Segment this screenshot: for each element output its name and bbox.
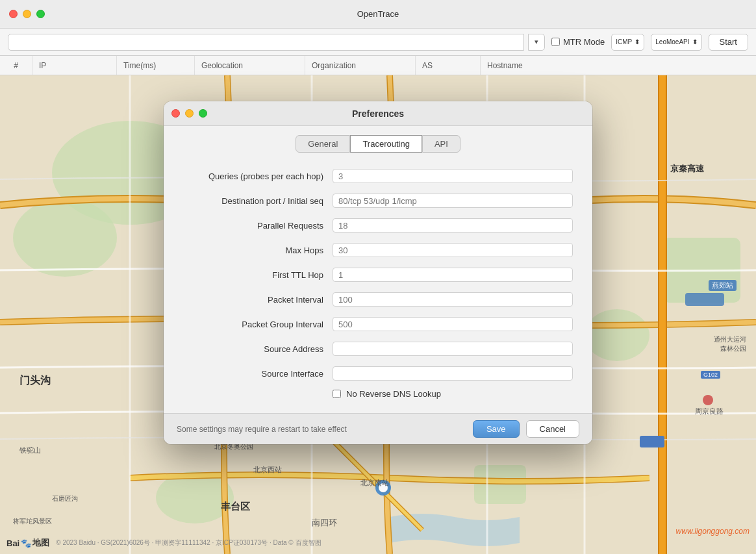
dialog-tabs: General Tracerouting API: [164, 126, 592, 159]
label-dest-port: Destination port / Initial seq: [183, 196, 333, 206]
label-parallel: Parallel Requests: [183, 221, 333, 231]
form-row-queries: Queries (probes per each hop): [183, 166, 573, 186]
window-controls: [9, 10, 45, 18]
cancel-button[interactable]: Cancel: [526, 420, 579, 438]
dialog-close-button[interactable]: [171, 109, 180, 118]
dialog-titlebar: Preferences: [164, 101, 592, 126]
checkbox-no-dns[interactable]: [333, 390, 341, 398]
tab-api[interactable]: API: [422, 135, 460, 153]
form-row-packet-group: Packet Group Interval: [183, 314, 573, 334]
protocol-value: ICMP: [616, 38, 632, 45]
input-source-iface[interactable]: [333, 366, 573, 381]
tab-general[interactable]: General: [296, 135, 350, 153]
label-source-addr: Source Address: [183, 344, 333, 354]
input-parallel[interactable]: [333, 218, 573, 233]
col-hostname: Hostname: [481, 56, 756, 75]
window-title: OpenTrace: [357, 9, 399, 19]
input-source-addr[interactable]: [333, 342, 573, 356]
save-button[interactable]: Save: [473, 420, 520, 438]
dialog-content: Queries (probes per each hop) Destinatio…: [164, 159, 592, 413]
dialog-controls: [171, 109, 207, 118]
minimize-button[interactable]: [23, 10, 31, 18]
modal-overlay: Preferences General Tracerouting API Que…: [0, 75, 756, 554]
form-row-dest-port: Destination port / Initial seq: [183, 190, 573, 211]
mtr-mode-label: MTR Mode: [563, 37, 605, 47]
input-max-hops[interactable]: [333, 243, 573, 257]
col-hash: #: [0, 56, 32, 75]
label-queries: Queries (probes per each hop): [183, 171, 333, 181]
dialog-minimize-button[interactable]: [185, 109, 194, 118]
protocol-chevron: ⬍: [635, 38, 640, 45]
label-max-hops: Max Hops: [183, 246, 333, 255]
checkbox-row-dns: No Reverse DNS Lookup: [203, 389, 573, 399]
protocol-select[interactable]: ICMP ⬍: [611, 34, 644, 51]
form-row-parallel: Parallel Requests: [183, 215, 573, 236]
col-time: Time(ms): [117, 56, 195, 75]
api-value: LeoMoeAPI: [655, 38, 689, 45]
titlebar: OpenTrace: [0, 0, 756, 29]
target-input[interactable]: [8, 34, 524, 51]
col-as: AS: [416, 56, 481, 75]
footer-buttons: Save Cancel: [473, 420, 579, 438]
form-row-source-addr: Source Address: [183, 338, 573, 359]
input-first-ttl[interactable]: [333, 268, 573, 282]
col-ip: IP: [32, 56, 117, 75]
mtr-mode-toggle[interactable]: MTR Mode: [551, 37, 605, 47]
preferences-dialog: Preferences General Tracerouting API Que…: [164, 101, 592, 444]
label-source-iface: Source Interface: [183, 369, 333, 379]
input-packet-interval[interactable]: [333, 292, 573, 307]
checkbox-dns-label: No Reverse DNS Lookup: [346, 389, 441, 399]
dialog-maximize-button[interactable]: [199, 109, 207, 118]
tab-tracerouting[interactable]: Tracerouting: [350, 135, 422, 153]
maximize-button[interactable]: [36, 10, 45, 18]
api-chevron: ⬍: [692, 38, 698, 45]
dropdown-arrow[interactable]: ▾: [528, 34, 545, 51]
label-packet-group: Packet Group Interval: [183, 320, 333, 329]
col-geo: Geolocation: [195, 56, 305, 75]
dialog-title: Preferences: [352, 108, 404, 119]
start-button[interactable]: Start: [709, 34, 748, 51]
api-select[interactable]: LeoMoeAPI ⬍: [651, 34, 701, 51]
label-packet-interval: Packet Interval: [183, 295, 333, 305]
table-header: # IP Time(ms) Geolocation Organization A…: [0, 56, 756, 75]
form-row-source-iface: Source Interface: [183, 363, 573, 384]
col-org: Organization: [305, 56, 416, 75]
form-row-first-ttl: First TTL Hop: [183, 264, 573, 285]
input-packet-group[interactable]: [333, 317, 573, 331]
mtr-checkbox-input[interactable]: [551, 38, 560, 46]
label-first-ttl: First TTL Hop: [183, 270, 333, 280]
footer-message: Some settings may require a restart to t…: [177, 425, 347, 434]
form-row-packet-interval: Packet Interval: [183, 289, 573, 310]
close-button[interactable]: [9, 10, 18, 18]
input-dest-port[interactable]: [333, 194, 573, 208]
toolbar: ▾ MTR Mode ICMP ⬍ LeoMoeAPI ⬍ Start: [0, 29, 756, 56]
dialog-footer: Some settings may require a restart to t…: [164, 413, 592, 444]
form-row-max-hops: Max Hops: [183, 240, 573, 260]
input-queries[interactable]: [333, 169, 573, 183]
